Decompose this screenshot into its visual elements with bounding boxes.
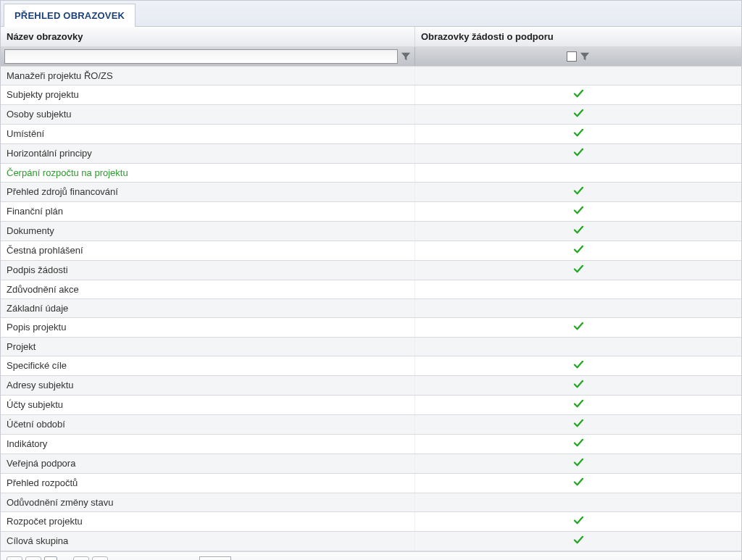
cell-screen-checked <box>415 376 741 395</box>
pager-first-button[interactable] <box>7 556 22 560</box>
table-row[interactable]: Přehled zdrojů financování <box>1 183 741 202</box>
cell-screen-checked <box>415 338 741 356</box>
cell-screen-name: Dokumenty <box>1 222 415 241</box>
tab-prehled-obrazovek[interactable]: PŘEHLED OBRAZOVEK <box>4 4 136 27</box>
cell-screen-checked <box>415 532 741 551</box>
pager-prev-button[interactable] <box>25 556 41 560</box>
table-row[interactable]: Podpis žádosti <box>1 261 741 280</box>
check-icon <box>573 459 584 469</box>
check-icon <box>573 439 584 450</box>
cell-screen-checked <box>415 261 741 280</box>
cell-screen-checked <box>415 356 741 375</box>
cell-screen-name: Čestná prohlášení <box>1 241 415 260</box>
cell-screen-name: Specifické cíle <box>1 356 415 375</box>
table-row[interactable]: Popis projektu <box>1 318 741 338</box>
tab-strip: PŘEHLED OBRAZOVEK <box>0 0 742 27</box>
items-per-page-select[interactable]: 25 <box>199 556 231 560</box>
cell-screen-name: Cílová skupina <box>1 532 415 551</box>
cell-screen-name: Umístění <box>1 125 415 143</box>
filter-cell-check <box>415 47 741 66</box>
check-icon <box>573 226 584 237</box>
cell-screen-name: Základní údaje <box>1 299 415 317</box>
filter-row <box>1 47 741 67</box>
cell-screen-name: Projekt <box>1 338 415 356</box>
table-row[interactable]: Subjekty projektu <box>1 85 741 105</box>
cell-screen-name: Manažeři projektu ŘO/ZS <box>1 67 415 85</box>
check-icon <box>573 536 584 547</box>
check-icon <box>573 380 584 391</box>
table-row[interactable]: Cílová skupina <box>1 532 741 551</box>
check-icon <box>573 478 584 489</box>
filter-checkbox[interactable] <box>567 51 577 62</box>
pager-page-1[interactable]: 1 <box>44 556 57 560</box>
table-row[interactable]: Čestná prohlášení <box>1 241 741 261</box>
cell-screen-name: Rozpočet projektu <box>1 512 415 531</box>
table-row[interactable]: Přehled rozpočtů <box>1 474 741 493</box>
table-row[interactable]: Odůvodnění změny stavu <box>1 493 741 512</box>
filter-input-name[interactable] <box>4 49 398 64</box>
check-icon <box>573 90 584 101</box>
cell-screen-checked <box>415 512 741 531</box>
cell-screen-name: Účty subjektu <box>1 396 415 414</box>
grid-footer: 12 Položek na stránku 25 Stránka 1 z 2, … <box>1 551 741 560</box>
check-icon <box>573 361 584 372</box>
table-row[interactable]: Horizontální principy <box>1 144 741 164</box>
cell-screen-checked <box>415 85 741 104</box>
cell-screen-name: Veřejná podpora <box>1 454 415 473</box>
cell-screen-name: Účetní období <box>1 415 415 434</box>
column-header-name[interactable]: Název obrazovky <box>1 27 415 46</box>
table-row[interactable]: Účty subjektu <box>1 396 741 415</box>
check-icon <box>573 246 584 256</box>
table-row[interactable]: Účetní období <box>1 415 741 435</box>
funnel-icon[interactable] <box>401 51 411 62</box>
cell-screen-checked <box>415 435 741 454</box>
check-icon <box>573 400 584 411</box>
check-icon <box>573 187 584 198</box>
cell-screen-checked <box>415 396 741 414</box>
table-row[interactable]: Umístění <box>1 125 741 144</box>
cell-screen-name: Subjekty projektu <box>1 85 415 104</box>
pager-last-button[interactable] <box>92 556 108 560</box>
table-row[interactable]: Dokumenty <box>1 222 741 241</box>
cell-screen-checked <box>415 144 741 163</box>
table-row[interactable]: Indikátory <box>1 435 741 454</box>
table-row[interactable]: Finanční plán <box>1 202 741 222</box>
column-header-check[interactable]: Obrazovky žádosti o podporu <box>415 27 741 46</box>
cell-screen-name: Indikátory <box>1 435 415 454</box>
check-icon <box>573 265 584 276</box>
table-row[interactable]: Čerpání rozpočtu na projektu <box>1 164 741 183</box>
table-row[interactable]: Veřejná podpora <box>1 454 741 474</box>
table-row[interactable]: Projekt <box>1 338 741 356</box>
table-row[interactable]: Manažeři projektu ŘO/ZS <box>1 67 741 85</box>
table-row[interactable]: Zdůvodnění akce <box>1 280 741 299</box>
cell-screen-name: Osoby subjektu <box>1 105 415 124</box>
table-row[interactable]: Rozpočet projektu <box>1 512 741 532</box>
cell-screen-name: Adresy subjektu <box>1 376 415 395</box>
check-icon <box>573 129 584 140</box>
cell-screen-checked <box>415 67 741 85</box>
cell-screen-name: Zdůvodnění akce <box>1 280 415 298</box>
cell-screen-name: Popis projektu <box>1 318 415 337</box>
grid-screens: Název obrazovky Obrazovky žádosti o podp… <box>0 27 742 560</box>
cell-screen-checked <box>415 125 741 143</box>
column-header-row: Název obrazovky Obrazovky žádosti o podp… <box>1 27 741 47</box>
cell-screen-checked <box>415 299 741 317</box>
pager-page-2[interactable]: 2 <box>57 556 70 560</box>
cell-screen-checked <box>415 493 741 511</box>
table-row[interactable]: Základní údaje <box>1 299 741 318</box>
cell-screen-checked <box>415 164 741 182</box>
cell-screen-checked <box>415 318 741 337</box>
cell-screen-checked <box>415 415 741 434</box>
cell-screen-checked <box>415 202 741 221</box>
table-row[interactable]: Adresy subjektu <box>1 376 741 396</box>
cell-screen-name: Čerpání rozpočtu na projektu <box>1 164 415 182</box>
funnel-icon[interactable] <box>580 51 590 62</box>
table-row[interactable]: Osoby subjektu <box>1 105 741 125</box>
cell-screen-checked <box>415 222 741 241</box>
check-icon <box>573 109 584 120</box>
table-row[interactable]: Specifické cíle <box>1 356 741 376</box>
pager-next-button[interactable] <box>73 556 89 560</box>
cell-screen-name: Odůvodnění změny stavu <box>1 493 415 511</box>
pager: 12 <box>7 556 108 560</box>
cell-screen-checked <box>415 241 741 260</box>
